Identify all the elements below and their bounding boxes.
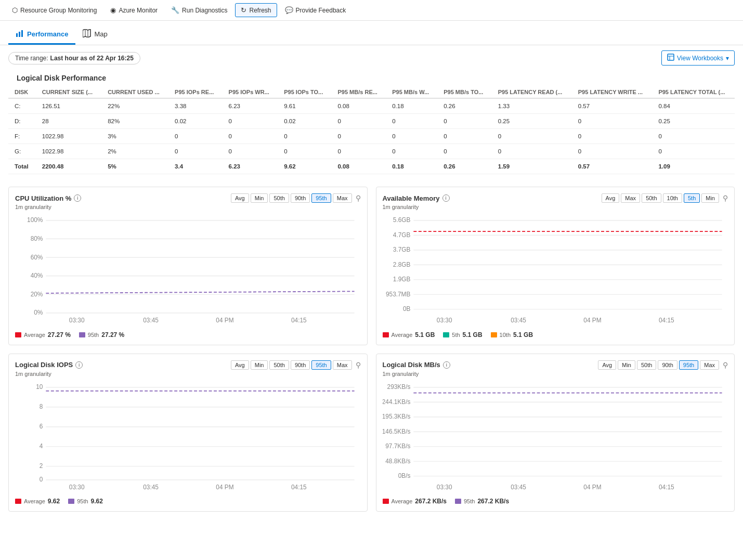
sub-nav: Performance Map (0, 21, 743, 45)
table-cell: 2200.48 (36, 159, 101, 174)
svg-line-21 (46, 291, 354, 293)
iops-pin-icon[interactable]: ⚲ (356, 361, 361, 369)
cpu-ctrl-avg[interactable]: Avg (231, 193, 249, 203)
iops-info-icon[interactable]: i (75, 361, 83, 369)
cpu-info-icon[interactable]: i (74, 194, 81, 202)
charts-grid: CPU Utilization % i Avg Min 50th 90th 95… (0, 183, 743, 520)
iops-ctrl-avg[interactable]: Avg (231, 360, 249, 370)
iops-legend-95th: 95th 9.62 (68, 498, 103, 505)
mbs-chart-controls: Avg Min 50th 90th 95th Max ⚲ (598, 360, 728, 370)
mbs-ctrl-min[interactable]: Min (618, 360, 635, 370)
table-cell: 0 (437, 114, 492, 129)
svg-text:80%: 80% (31, 235, 43, 242)
cpu-pin-icon[interactable]: ⚲ (356, 194, 361, 202)
svg-text:03:30: 03:30 (69, 483, 85, 490)
memory-chart-header: Available Memory i Avg Max 50th 10th 5th… (383, 193, 728, 203)
performance-tab-icon (16, 29, 24, 39)
table-row: F:1022.983%000000000 (8, 129, 735, 144)
azure-monitor-icon: ◉ (110, 6, 116, 14)
nav-run-diagnostics[interactable]: 🔧 Run Diagnostics (165, 3, 233, 17)
table-cell: 1.09 (652, 159, 735, 174)
svg-text:244.1KB/s: 244.1KB/s (383, 398, 410, 405)
cpu-chart-title: CPU Utilization % i (15, 194, 81, 202)
mem-ctrl-5th[interactable]: 5th (684, 193, 700, 203)
svg-text:03:45: 03:45 (511, 317, 526, 324)
cpu-ctrl-max[interactable]: Max (333, 193, 352, 203)
refresh-icon: ↻ (241, 6, 246, 14)
cpu-ctrl-50th[interactable]: 50th (269, 193, 289, 203)
table-row: C:126.5122%3.386.239.610.080.180.261.330… (8, 98, 735, 114)
table-cell: 0 (386, 129, 437, 144)
col-p95-mb-total: P95 MB/s TO... (437, 86, 492, 98)
iops-ctrl-50th[interactable]: 50th (269, 360, 289, 370)
col-p95-iops-total: P95 IOPs TO... (278, 86, 331, 98)
iops-chart-legend: Average 9.62 95th 9.62 (15, 498, 361, 505)
cpu-chart-header: CPU Utilization % i Avg Min 50th 90th 95… (15, 193, 361, 203)
view-workbooks-button[interactable]: View Workbooks ▾ (661, 50, 735, 66)
iops-chart-svg: 10 8 6 4 2 0 03:30 03:45 04 PM 04:15 (15, 381, 361, 492)
svg-text:48.8KB/s: 48.8KB/s (385, 457, 410, 464)
iops-legend-avg-color (15, 499, 21, 504)
iops-ctrl-max[interactable]: Max (333, 360, 352, 370)
svg-text:0%: 0% (34, 309, 43, 316)
nav-refresh[interactable]: ↻ Refresh (235, 3, 277, 17)
iops-ctrl-95th[interactable]: 95th (311, 360, 331, 370)
svg-text:4.7GB: 4.7GB (393, 231, 410, 239)
iops-ctrl-90th[interactable]: 90th (291, 360, 310, 370)
mbs-pin-icon[interactable]: ⚲ (723, 361, 728, 369)
memory-pin-icon[interactable]: ⚲ (723, 194, 728, 202)
iops-chart-header: Logical Disk IOPS i Avg Min 50th 90th 95… (15, 360, 361, 370)
svg-text:953.7MB: 953.7MB (385, 291, 410, 298)
cpu-ctrl-90th[interactable]: 90th (291, 193, 310, 203)
memory-chart-controls: Avg Max 50th 10th 5th Min ⚲ (602, 193, 728, 203)
mem-ctrl-50th[interactable]: 50th (642, 193, 661, 203)
tab-map[interactable]: Map (75, 25, 114, 45)
col-p95-iops-read: P95 IOPs RE... (168, 86, 222, 98)
mbs-info-icon[interactable]: i (443, 361, 450, 369)
svg-text:0: 0 (40, 476, 43, 483)
table-cell: 1.33 (492, 98, 572, 114)
mem-ctrl-10th[interactable]: 10th (663, 193, 682, 203)
table-cell: 0 (572, 144, 653, 159)
svg-text:03:30: 03:30 (436, 483, 452, 490)
disk-mbs-chart: Logical Disk MB/s i Avg Min 50th 90th 95… (376, 354, 735, 512)
mbs-ctrl-95th[interactable]: 95th (679, 360, 698, 370)
mbs-ctrl-avg[interactable]: Avg (598, 360, 616, 370)
mem-ctrl-min[interactable]: Min (701, 193, 719, 203)
table-cell: 22% (101, 98, 168, 114)
mbs-chart-title: Logical Disk MB/s i (383, 361, 450, 369)
table-cell: 9.61 (278, 98, 331, 114)
col-p95-lat-total: P95 LATENCY TOTAL (... (652, 86, 735, 98)
mem-ctrl-avg[interactable]: Avg (602, 193, 620, 203)
cpu-ctrl-95th[interactable]: 95th (311, 193, 331, 203)
table-cell: 0 (652, 129, 735, 144)
cpu-chart-controls: Avg Min 50th 90th 95th Max ⚲ (231, 193, 361, 203)
table-cell: 0 (386, 144, 437, 159)
time-range-selector[interactable]: Time range: Last hour as of 22 Apr 16:25 (8, 52, 140, 64)
nav-azure-monitor[interactable]: ◉ Azure Monitor (105, 3, 163, 17)
svg-text:03:30: 03:30 (69, 317, 85, 324)
svg-text:8: 8 (40, 403, 43, 410)
cpu-legend-95th-color (79, 332, 85, 337)
table-cell: 1022.98 (36, 129, 101, 144)
available-memory-chart: Available Memory i Avg Max 50th 10th 5th… (376, 187, 735, 345)
memory-info-icon[interactable]: i (442, 194, 450, 202)
cpu-chart-svg: 100% 80% 60% 40% 20% 0% 03:30 03:45 04 P… (15, 214, 361, 325)
mbs-ctrl-50th[interactable]: 50th (637, 360, 656, 370)
svg-text:0B: 0B (402, 305, 410, 312)
col-p95-lat-write: P95 LATENCY WRITE ... (572, 86, 653, 98)
nav-provide-feedback[interactable]: 💬 Provide Feedback (279, 3, 352, 17)
mbs-ctrl-90th[interactable]: 90th (658, 360, 677, 370)
tab-performance[interactable]: Performance (8, 25, 75, 45)
svg-text:03:45: 03:45 (511, 483, 526, 490)
svg-rect-6 (668, 54, 674, 60)
cpu-ctrl-min[interactable]: Min (251, 193, 268, 203)
top-nav: ⬡ Resource Group Monitoring ◉ Azure Moni… (0, 0, 743, 21)
nav-resource-group-monitoring[interactable]: ⬡ Resource Group Monitoring (6, 3, 102, 17)
iops-ctrl-min[interactable]: Min (251, 360, 268, 370)
table-cell: 0 (331, 129, 386, 144)
table-cell: 0 (223, 144, 278, 159)
mbs-ctrl-max[interactable]: Max (700, 360, 719, 370)
mem-ctrl-max[interactable]: Max (621, 193, 640, 203)
mem-legend-avg-color (383, 332, 389, 337)
